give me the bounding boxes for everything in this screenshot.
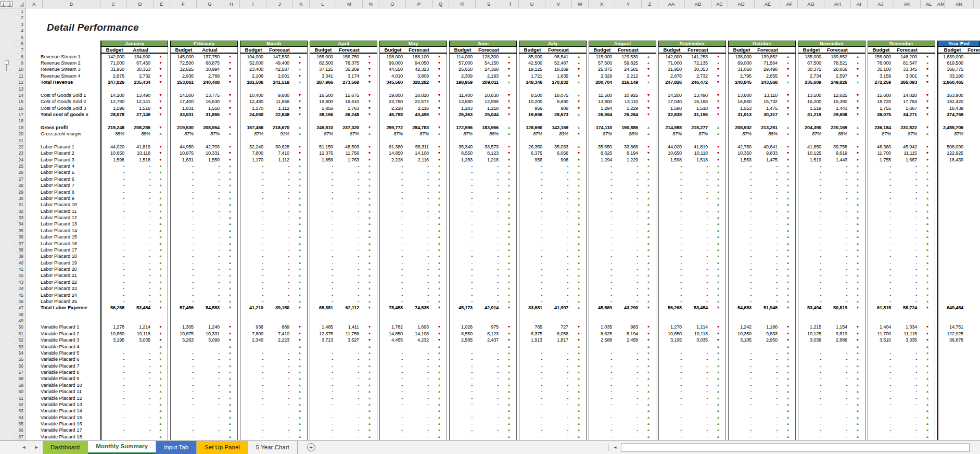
cell-actual[interactable]: -: [336, 182, 362, 188]
cell-actual[interactable]: -: [197, 434, 223, 440]
cell-budget[interactable]: -: [519, 228, 545, 234]
cell-actual[interactable]: 1,214: [685, 324, 711, 330]
cell-actual[interactable]: -: [128, 285, 154, 292]
cell-budget[interactable]: 1,305: [171, 324, 197, 330]
cell-budget[interactable]: -: [171, 163, 197, 169]
cell-actual[interactable]: 273,568: [336, 79, 362, 85]
cell-budget[interactable]: 2,795: [729, 73, 755, 79]
cell-actual[interactable]: -: [755, 401, 781, 408]
cell-actual[interactable]: 59,825: [615, 60, 641, 66]
cell-actual[interactable]: 2,116: [406, 105, 432, 111]
cell-actual[interactable]: -: [545, 266, 571, 272]
cell-actual[interactable]: 2,950: [755, 337, 781, 343]
row-label[interactable]: Variable Placard 10: [26, 382, 100, 388]
cell-budget[interactable]: -: [171, 169, 197, 175]
sheet-tab-5-year-chart[interactable]: 5 Year Chart: [248, 441, 298, 454]
cell-actual[interactable]: -: [685, 195, 711, 201]
cell-budget[interactable]: -: [868, 395, 894, 401]
cell-budget[interactable]: [240, 118, 266, 124]
sheet-tab-set-up-panel[interactable]: Set Up Panel: [197, 441, 248, 454]
cell-actual[interactable]: -: [266, 241, 292, 247]
cell-actual[interactable]: 1,229: [615, 157, 641, 163]
cell-budget[interactable]: -: [310, 228, 336, 234]
cell-actual[interactable]: [685, 311, 711, 318]
cell-actual[interactable]: 12,141: [128, 98, 154, 105]
cell-year-end[interactable]: [938, 427, 966, 433]
cell-actual[interactable]: -: [476, 163, 502, 169]
cell-actual[interactable]: 3,099: [197, 337, 223, 343]
cell-budget[interactable]: [450, 86, 476, 92]
cell-budget[interactable]: -: [310, 382, 336, 388]
cell-actual[interactable]: -: [615, 401, 641, 408]
cell-actual[interactable]: 43,498: [406, 111, 432, 118]
cell-actual[interactable]: [406, 86, 432, 92]
cell-actual[interactable]: -: [755, 369, 781, 375]
cell-budget[interactable]: 12,375: [310, 150, 336, 156]
cell-budget[interactable]: 2,329: [589, 73, 615, 79]
cell-actual[interactable]: -: [128, 369, 154, 375]
row-label[interactable]: Labor Placard 4: [26, 163, 100, 169]
cell-actual[interactable]: -: [406, 298, 432, 305]
cell-budget[interactable]: -: [519, 395, 545, 401]
cell-actual[interactable]: [894, 311, 920, 318]
cell-budget[interactable]: -: [729, 163, 755, 169]
cell-budget[interactable]: 1,856: [310, 157, 336, 163]
cell-budget[interactable]: -: [101, 408, 128, 414]
cell-year-end[interactable]: [938, 182, 966, 188]
cell-actual[interactable]: 10,830: [476, 92, 502, 98]
cell-actual[interactable]: -: [685, 241, 711, 247]
cell-actual[interactable]: 3,527: [336, 337, 362, 343]
cell-budget[interactable]: 1,170: [240, 105, 266, 111]
cell-actual[interactable]: 54,583: [197, 305, 223, 311]
cell-actual[interactable]: 48,593: [336, 144, 362, 150]
cell-budget[interactable]: -: [171, 434, 197, 440]
row-number[interactable]: 13: [14, 86, 26, 92]
cell-budget[interactable]: 1,519: [798, 157, 824, 163]
cell-actual[interactable]: -: [824, 382, 850, 388]
cell-budget[interactable]: 1,404: [868, 324, 894, 330]
cell-budget[interactable]: -: [519, 292, 545, 298]
cell-actual[interactable]: -: [685, 427, 711, 433]
row-label[interactable]: Total cost of goods s: [26, 111, 100, 118]
column-header-U[interactable]: U: [519, 0, 545, 8]
cell-actual[interactable]: [406, 311, 432, 318]
cell-actual[interactable]: -: [266, 414, 292, 421]
cell-budget[interactable]: 157,456: [240, 124, 266, 131]
cell-budget[interactable]: -: [519, 350, 545, 356]
cell-actual[interactable]: 13,775: [197, 92, 223, 98]
row-number[interactable]: 9: [14, 60, 26, 66]
cell-budget[interactable]: -: [589, 228, 615, 234]
cell-budget[interactable]: -: [589, 266, 615, 272]
cell-actual[interactable]: 9,880: [266, 92, 292, 98]
cell-budget[interactable]: 8,550: [450, 331, 476, 337]
cell-budget[interactable]: -: [659, 215, 685, 221]
cell-budget[interactable]: 172,596: [450, 124, 476, 131]
row-number[interactable]: 23: [14, 150, 26, 156]
cell-budget[interactable]: -: [519, 253, 545, 259]
cell-budget[interactable]: [171, 137, 197, 144]
column-header-AH[interactable]: AH: [824, 0, 851, 8]
cell-budget[interactable]: -: [729, 266, 755, 272]
cell-actual[interactable]: -: [406, 201, 432, 208]
cell-actual[interactable]: -: [197, 414, 223, 421]
cell-budget[interactable]: -: [798, 182, 824, 188]
cell-budget[interactable]: -: [729, 388, 755, 395]
cell-actual[interactable]: -: [545, 221, 571, 227]
cell-actual[interactable]: 42,587: [266, 66, 292, 72]
cell-budget[interactable]: 12,780: [101, 98, 128, 105]
cell-actual[interactable]: -: [476, 401, 502, 408]
cell-budget[interactable]: -: [519, 201, 545, 208]
cell-budget[interactable]: -: [101, 266, 128, 272]
row-label[interactable]: Cost of Goods Sold 3: [26, 105, 100, 111]
cell-budget[interactable]: 44,550: [380, 66, 406, 72]
cell-budget[interactable]: -: [310, 182, 336, 188]
cell-actual[interactable]: -: [894, 163, 920, 169]
cell-budget[interactable]: -: [450, 189, 476, 195]
cell-budget[interactable]: 31,950: [101, 66, 128, 72]
cell-actual[interactable]: -: [406, 176, 432, 182]
cell-budget[interactable]: -: [868, 195, 894, 201]
cell-year-end[interactable]: [938, 311, 966, 318]
cell-budget[interactable]: 11,400: [450, 92, 476, 98]
cell-actual[interactable]: -: [197, 260, 223, 266]
cell-budget[interactable]: 142,000: [659, 54, 685, 60]
